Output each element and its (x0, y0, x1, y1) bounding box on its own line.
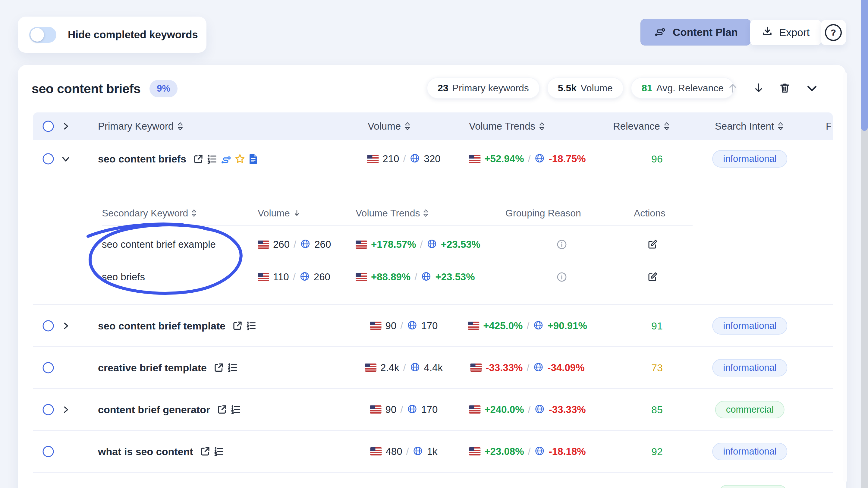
stat-primary-keywords: 23 Primary keywords (427, 78, 540, 98)
flow-icon[interactable] (220, 153, 231, 164)
us-volume: 90 (385, 404, 397, 415)
subcolumn-actions: Actions (634, 207, 665, 220)
grouping-info-icon[interactable] (556, 239, 567, 250)
grouping-info-icon[interactable] (556, 272, 567, 282)
checkbox-circle (43, 362, 54, 373)
search-intent-cell: commercial (715, 401, 784, 418)
content-plan-button[interactable]: Content Plan (641, 19, 751, 45)
expand-all-caret-icon[interactable] (61, 122, 70, 131)
collapse-panel-chevron-icon[interactable] (805, 81, 819, 95)
sort-icon (778, 122, 784, 131)
help-button[interactable]: ? (821, 20, 846, 45)
expanded-secondary-section: Secondary Keyword Volume Volume Trends G… (33, 178, 833, 305)
checkbox-circle (43, 320, 54, 331)
collapse-row-caret-icon[interactable] (61, 154, 70, 164)
external-link-icon[interactable] (217, 404, 227, 415)
page-scrollbar-track (861, 0, 868, 488)
numbered-list-icon[interactable] (213, 446, 224, 457)
global-trend: -34.09% (548, 362, 585, 373)
primary-keyword-cell: seo content briefs (98, 153, 258, 165)
row-checkbox[interactable] (43, 153, 54, 164)
external-link-icon[interactable] (232, 321, 243, 331)
volume-trends-cell: -33.33% / -34.09% (470, 362, 584, 373)
column-volume-trends[interactable]: Volume Trends (469, 121, 545, 132)
expand-row-caret-icon[interactable] (61, 405, 70, 414)
secondary-keyword-row: seo content brief example 260 / 260 +178… (33, 228, 833, 261)
subcolumn-secondary-keyword[interactable]: Secondary Keyword (102, 207, 197, 220)
document-icon[interactable] (248, 153, 258, 164)
global-trend: -18.18% (549, 446, 586, 457)
column-volume[interactable]: Volume (368, 121, 410, 132)
us-flag-icon (469, 447, 480, 455)
content-plan-label: Content Plan (673, 26, 738, 38)
globe-icon (427, 239, 437, 250)
table-row: creative brief template 2.4k / 4.4k -33.… (33, 347, 833, 389)
volume-trends-cell: +23.08% / -18.18% (469, 446, 586, 457)
us-flag-icon (468, 322, 479, 330)
intent-badge: informational (712, 317, 787, 335)
volume-trends-cell: +88.89% / +23.53% (355, 271, 475, 283)
separator: / (527, 320, 529, 332)
move-down-icon[interactable] (752, 82, 765, 94)
page-scrollbar-thumb[interactable] (861, 0, 868, 131)
globe-icon (410, 362, 420, 373)
separator: / (293, 239, 296, 250)
separator: / (293, 271, 296, 283)
column-search-intent[interactable]: Search Intent (715, 121, 784, 132)
external-link-icon[interactable] (213, 362, 224, 373)
keyword-group-panel: seo content briefs 9% 23 Primary keyword… (18, 65, 846, 488)
subcolumn-volume-trends[interactable]: Volume Trends (355, 207, 429, 220)
export-label: Export (779, 27, 809, 38)
volume-cell: 260 / 260 (258, 239, 331, 250)
relevance-value: 91 (651, 320, 663, 332)
checkbox-circle (43, 404, 54, 415)
column-primary-keyword[interactable]: Primary Keyword (98, 121, 183, 132)
row-checkbox[interactable] (43, 404, 54, 415)
move-up-icon[interactable] (727, 82, 739, 94)
global-trend: +23.53% (441, 239, 480, 250)
row-checkbox[interactable] (43, 446, 54, 457)
trash-icon[interactable] (778, 82, 791, 94)
row-checkbox[interactable] (43, 320, 54, 331)
keyword-actions (213, 362, 238, 373)
stat-avg-relevance: 81 Avg. Relevance (631, 78, 735, 98)
us-flag-icon (370, 405, 381, 414)
us-trend: +240.0% (484, 404, 524, 415)
export-button[interactable]: Export (750, 20, 821, 45)
row-checkbox[interactable] (43, 362, 54, 373)
subcolumn-volume[interactable]: Volume (258, 207, 301, 220)
globe-icon (535, 153, 545, 164)
globe-icon (300, 239, 310, 250)
column-label: Primary Keyword (98, 121, 174, 132)
intent-badge: commercial (715, 401, 784, 418)
expand-row-caret-icon[interactable] (61, 321, 70, 330)
select-all-checkbox[interactable] (43, 121, 54, 132)
stat-value: 23 (438, 83, 448, 94)
external-link-icon[interactable] (193, 153, 204, 164)
column-label: Volume Trends (355, 208, 420, 219)
page-title: seo content briefs (32, 81, 141, 96)
external-link-icon[interactable] (200, 446, 211, 457)
column-label: Volume (258, 208, 290, 219)
edit-icon[interactable] (647, 239, 658, 250)
toggle-knob (30, 28, 44, 41)
table-header-row: Primary Keyword Volume Volume Trends Rel… (33, 113, 833, 140)
star-icon[interactable] (234, 153, 246, 164)
search-intent-cell: informational (712, 317, 787, 335)
column-relevance[interactable]: Relevance (613, 121, 670, 132)
checkbox-circle (43, 153, 54, 164)
intent-badge: informational (712, 150, 787, 167)
hide-completed-toggle[interactable] (29, 27, 56, 43)
edit-icon[interactable] (647, 272, 658, 282)
column-label: Relevance (613, 121, 660, 132)
sort-desc-icon (293, 209, 301, 217)
us-volume: 480 (385, 446, 402, 457)
numbered-list-icon[interactable] (207, 153, 217, 164)
numbered-list-icon[interactable] (246, 321, 256, 331)
numbered-list-icon[interactable] (227, 362, 238, 373)
numbered-list-icon[interactable] (230, 404, 241, 415)
subheader-divider (102, 225, 692, 226)
global-volume: 170 (421, 404, 438, 415)
global-volume: 260 (314, 271, 330, 283)
volume-cell: 90 / 170 (370, 320, 438, 332)
